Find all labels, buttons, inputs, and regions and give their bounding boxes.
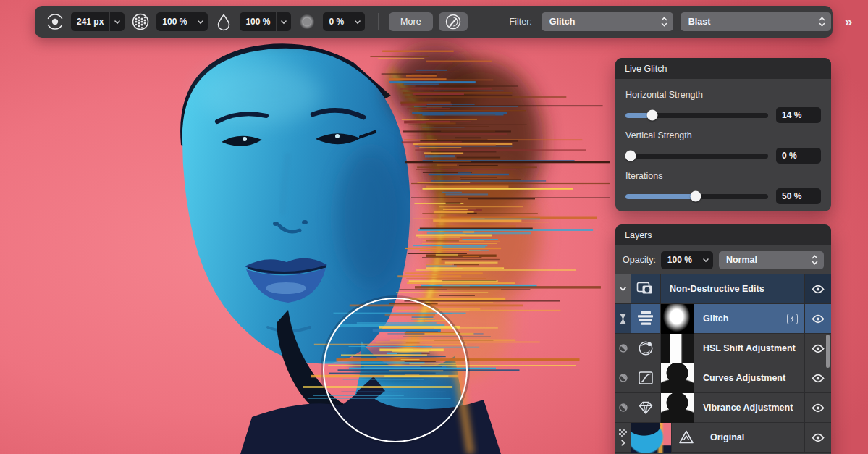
flow-field[interactable]: 100 % [240, 12, 291, 31]
original-row-gutter[interactable] [615, 423, 631, 452]
brush-toolbar: 241 px 100 % [35, 6, 833, 38]
brush-width-value[interactable]: 241 px [71, 17, 109, 27]
opacity-value[interactable]: 100 % [156, 17, 193, 27]
chevron-right-icon[interactable] [620, 439, 626, 447]
brush-width-field[interactable]: 241 px [71, 12, 125, 31]
visibility-eye-icon[interactable] [805, 393, 831, 422]
updown-chevrons-icon [812, 255, 818, 265]
adjustment-half-circle-icon [615, 363, 631, 392]
hardness-field[interactable]: 0 % [323, 12, 365, 31]
layers-scrollbar[interactable] [826, 335, 830, 368]
layer-name[interactable]: Original [701, 423, 805, 452]
layer-row-vibrance-adjustment[interactable]: Vibrance Adjustment [615, 393, 831, 423]
updown-chevrons-icon [661, 17, 667, 27]
layer-opacity-value[interactable]: 100 % [661, 255, 699, 265]
layer-row-glitch[interactable]: Glitch [615, 304, 831, 334]
group-icon [631, 274, 661, 303]
layer-row-curves-adjustment[interactable]: Curves Adjustment [615, 363, 831, 393]
wet-edges-brush-button[interactable] [439, 12, 468, 31]
filter-type-value: Blast [688, 17, 711, 27]
original-image-thumbnail[interactable] [631, 423, 672, 452]
filter-category-select[interactable]: Glitch [542, 12, 673, 31]
chevron-down-icon[interactable] [193, 20, 208, 25]
flow-value[interactable]: 100 % [240, 17, 276, 27]
updown-chevrons-icon [819, 17, 825, 27]
chevron-down-icon[interactable] [277, 20, 291, 25]
checkerboard-icon [619, 429, 627, 437]
vibrance-gem-icon [631, 393, 661, 422]
opacity-label: Opacity: [623, 255, 656, 265]
filter-label: Filter: [510, 17, 532, 27]
brush-width-icon [45, 12, 65, 32]
horizontal-strength-label: Horizontal Strength [625, 90, 821, 100]
layer-name[interactable]: Glitch [694, 304, 805, 333]
blend-mode-select[interactable]: Normal [719, 251, 824, 269]
layers-panel-title: Layers [615, 224, 831, 245]
iterations-value[interactable]: 50 % [776, 188, 821, 204]
more-button[interactable]: More [389, 12, 432, 31]
glitch-mask-thumbnail[interactable] [661, 304, 694, 333]
layer-row-non-destructive-edits[interactable]: Non-Destructive Edits [615, 274, 831, 304]
toolbar-overflow-button[interactable]: » [845, 14, 853, 30]
layer-name[interactable]: HSL Shift Adjustment [694, 334, 805, 363]
slider-thumb[interactable] [647, 110, 658, 121]
vibrance-mask-thumbnail[interactable] [661, 393, 694, 422]
horizontal-strength-value[interactable]: 14 % [776, 107, 821, 123]
layer-name[interactable]: Curves Adjustment [694, 363, 805, 392]
expand-chevron-icon[interactable] [615, 274, 631, 303]
layers-panel: Layers Opacity: 100 % Normal [615, 224, 831, 454]
vertical-strength-slider[interactable] [625, 154, 768, 159]
curves-mask-thumbnail[interactable] [661, 363, 694, 392]
visibility-eye-icon[interactable] [805, 423, 831, 452]
live-glitch-panel: Live Glitch Horizontal Strength 14 % Ver… [615, 58, 831, 211]
slider-thumb[interactable] [690, 191, 701, 202]
opacity-field[interactable]: 100 % [156, 12, 208, 31]
chevron-down-icon[interactable] [350, 20, 365, 25]
iterations-label: Iterations [625, 171, 821, 181]
vertical-strength-label: Vertical Strength [625, 130, 821, 140]
chevron-down-icon[interactable] [699, 258, 713, 263]
live-glitch-panel-title: Live Glitch [615, 58, 831, 79]
layer-row-original[interactable]: Original [615, 423, 831, 453]
layers-options-row: Opacity: 100 % Normal [615, 245, 831, 274]
horizontal-strength-slider[interactable] [625, 113, 768, 118]
hsl-mask-thumbnail[interactable] [661, 334, 694, 363]
curves-adjustment-icon [631, 363, 661, 392]
filter-category-value: Glitch [549, 17, 575, 27]
visibility-eye-icon[interactable] [805, 304, 831, 333]
opacity-halftone-icon [130, 12, 151, 32]
hourglass-icon [615, 304, 631, 333]
live-filter-badge-icon [787, 314, 798, 324]
app-window: 241 px 100 % [0, 0, 868, 454]
hsl-adjustment-icon [631, 334, 661, 363]
hardness-value[interactable]: 0 % [323, 17, 350, 27]
layer-row-hsl-shift-adjustment[interactable]: HSL Shift Adjustment [615, 334, 831, 363]
flow-droplet-icon [214, 12, 234, 32]
hardness-soft-circle-icon [297, 12, 317, 32]
filter-type-select[interactable]: Blast [681, 12, 831, 31]
iterations-slider[interactable] [625, 194, 768, 199]
adjustment-half-circle-icon [615, 393, 631, 422]
toolbar-separator [378, 13, 379, 30]
placed-image-triangle-icon [672, 423, 701, 452]
visibility-eye-icon[interactable] [805, 274, 831, 303]
layer-name[interactable]: Vibrance Adjustment [694, 393, 805, 422]
live-glitch-filter-icon [631, 304, 661, 333]
blend-mode-value: Normal [726, 255, 757, 265]
layer-opacity-field[interactable]: 100 % [661, 251, 713, 269]
vertical-strength-value[interactable]: 0 % [776, 148, 821, 164]
visibility-eye-icon[interactable] [805, 363, 831, 392]
chevron-down-icon[interactable] [110, 20, 125, 25]
adjustment-half-circle-icon [615, 334, 631, 363]
layer-name[interactable]: Non-Destructive Edits [661, 274, 805, 303]
slider-thumb[interactable] [625, 151, 636, 161]
